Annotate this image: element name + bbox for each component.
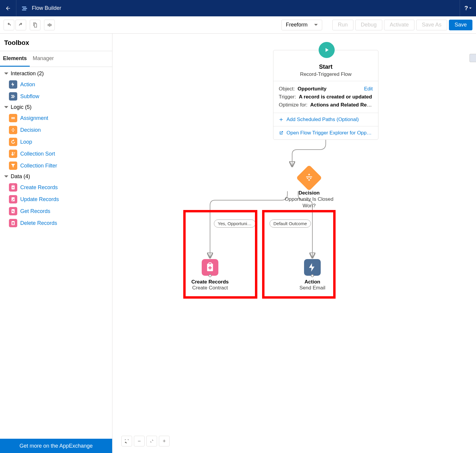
zoom-controls: − + xyxy=(121,436,170,446)
sort-icon xyxy=(9,150,17,158)
tree-item-label: Subflow xyxy=(20,93,39,100)
tree-item-decision[interactable]: Decision xyxy=(0,124,112,136)
decision-node[interactable]: Decision Opportunity Is Closed Won? xyxy=(279,169,339,209)
redo-button[interactable] xyxy=(15,20,26,30)
help-button[interactable]: ? xyxy=(460,0,476,16)
tree-item-action[interactable]: Action xyxy=(0,79,112,90)
create-records-node[interactable]: Create Records Create Contract xyxy=(185,259,235,291)
tree-item-create-records[interactable]: Create Records xyxy=(0,181,112,193)
tree-item-label: Action xyxy=(20,81,35,88)
tree-item-assignment[interactable]: Assignment xyxy=(0,112,112,124)
sidebar-tabs: Elements Manager xyxy=(0,51,112,67)
tree-item-label: Collection Sort xyxy=(20,151,55,157)
filter-icon xyxy=(9,162,17,170)
connector-dot[interactable] xyxy=(209,274,212,277)
flow-app-icon xyxy=(21,5,28,12)
edit-link[interactable]: Edit xyxy=(364,85,373,93)
loop-icon xyxy=(9,138,17,146)
node-title: Create Records xyxy=(185,279,235,285)
run-button[interactable]: Run xyxy=(332,20,353,30)
fit-view-button[interactable] xyxy=(146,436,157,446)
copy-button[interactable] xyxy=(30,20,40,30)
select-icon xyxy=(124,439,129,443)
action-node[interactable]: Action Send Email xyxy=(287,259,338,291)
save-as-button[interactable]: Save As xyxy=(416,20,447,30)
tree-item-label: Update Records xyxy=(20,196,59,203)
connector-dot[interactable] xyxy=(311,274,314,277)
flow-canvas[interactable]: Start Record-Triggered Flow Edit Object:… xyxy=(112,34,476,453)
save-button[interactable]: Save xyxy=(449,20,472,30)
settings-button[interactable] xyxy=(44,20,55,30)
tree-item-collection-filter[interactable]: Collection Filter xyxy=(0,160,112,172)
section-label: Interaction (2) xyxy=(11,70,44,77)
tab-elements[interactable]: Elements xyxy=(0,51,30,67)
right-panel-toggle[interactable] xyxy=(469,54,476,62)
zoom-out-button[interactable]: − xyxy=(134,436,145,446)
tree-item-label: Get Records xyxy=(20,208,50,214)
section-data[interactable]: Data (4) xyxy=(0,172,112,181)
object-value: Opportunity xyxy=(298,86,326,92)
decision-diamond[interactable] xyxy=(296,165,322,191)
tree-item-delete-records[interactable]: Delete Records xyxy=(0,217,112,229)
undo-icon xyxy=(6,22,12,28)
activate-button[interactable]: Activate xyxy=(384,20,414,30)
debug-button[interactable]: Debug xyxy=(355,20,382,30)
chevron-down-icon xyxy=(314,23,318,27)
decision-subtitle: Opportunity Is Closed Won? xyxy=(279,196,339,209)
chevron-down-icon xyxy=(4,105,8,109)
tab-manager[interactable]: Manager xyxy=(30,51,57,67)
bolt-icon xyxy=(307,262,317,272)
tree-item-get-records[interactable]: Get Records xyxy=(0,205,112,217)
collapse-icon xyxy=(150,439,154,443)
node-title: Action xyxy=(287,279,338,285)
tree-item-subflow[interactable]: Subflow xyxy=(0,90,112,102)
section-label: Logic (5) xyxy=(11,104,32,110)
gear-icon xyxy=(47,22,52,28)
tree-item-label: Create Records xyxy=(20,184,58,191)
open-trigger-explorer-link[interactable]: Open Flow Trigger Explorer for Opport… xyxy=(273,126,378,139)
chevron-down-icon xyxy=(4,72,8,76)
section-logic[interactable]: Logic (5) xyxy=(0,102,112,112)
trigger-label: Trigger: xyxy=(279,94,296,100)
tree-item-label: Delete Records xyxy=(20,220,57,226)
app-title: Flow Builder xyxy=(32,5,61,11)
action-node-icon xyxy=(304,259,321,276)
tree-item-label: Assignment xyxy=(20,115,48,121)
start-card[interactable]: Start Record-Triggered Flow Edit Object:… xyxy=(273,50,378,140)
get-records-icon xyxy=(9,207,17,215)
start-node-play[interactable] xyxy=(319,42,335,58)
trigger-value: A record is created or updated xyxy=(299,94,372,100)
toolbar: Freeform Run Debug Activate Save As Save xyxy=(0,16,476,34)
sidebar-title: Toolbox xyxy=(0,34,112,51)
optimize-value: Actions and Related Recor… xyxy=(310,102,373,108)
section-interaction[interactable]: Interaction (2) xyxy=(0,69,112,79)
node-subtitle: Send Email xyxy=(287,285,338,291)
tree-item-label: Collection Filter xyxy=(20,163,57,169)
tree-item-loop[interactable]: Loop xyxy=(0,136,112,148)
zoom-in-button[interactable]: + xyxy=(159,436,170,446)
element-tree: Interaction (2) Action Subflow Logic (5)… xyxy=(0,67,112,439)
external-link-icon xyxy=(279,131,284,135)
node-subtitle: Create Contract xyxy=(185,285,235,291)
add-scheduled-paths-link[interactable]: Add Scheduled Paths (Optional) xyxy=(273,113,378,126)
svg-rect-11 xyxy=(209,263,212,264)
layout-select[interactable]: Freeform xyxy=(281,20,322,30)
create-records-icon xyxy=(9,183,17,192)
delete-records-icon xyxy=(9,219,17,227)
decision-title: Decision xyxy=(279,190,339,196)
appexchange-link[interactable]: Get more on the AppExchange xyxy=(0,439,112,453)
svg-rect-3 xyxy=(12,185,14,186)
marquee-select-button[interactable] xyxy=(121,436,132,446)
chevron-down-icon xyxy=(469,7,472,10)
link-text: Open Flow Trigger Explorer for Opport… xyxy=(286,130,373,136)
tree-item-update-records[interactable]: Update Records xyxy=(0,193,112,205)
copy-icon xyxy=(32,22,38,28)
undo-button[interactable] xyxy=(4,20,14,30)
arrow-left-icon xyxy=(5,5,11,11)
back-button[interactable] xyxy=(0,0,16,16)
assignment-icon xyxy=(9,114,17,122)
decision-icon xyxy=(305,173,314,182)
start-title: Start xyxy=(277,63,375,70)
tree-item-collection-sort[interactable]: Collection Sort xyxy=(0,148,112,160)
tree-item-label: Decision xyxy=(20,127,41,133)
